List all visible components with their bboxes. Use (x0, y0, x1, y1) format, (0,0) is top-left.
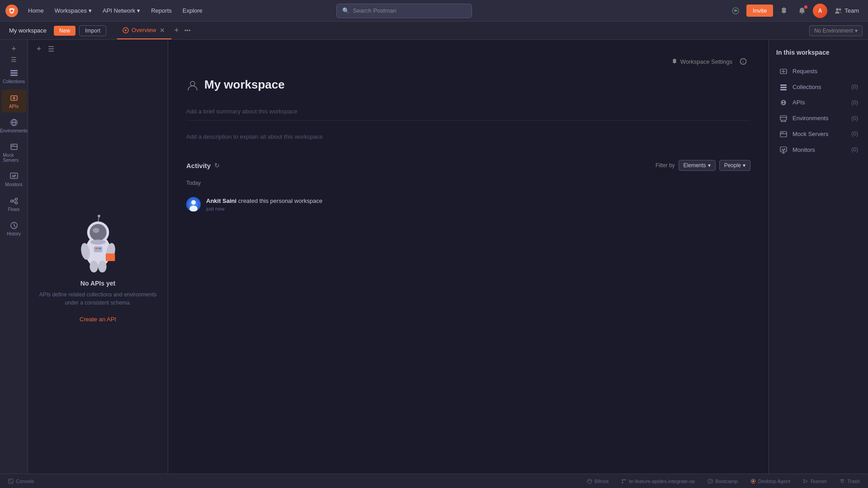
sidebar-item-collections[interactable]: Collections (1, 65, 27, 88)
postman-logo[interactable] (5, 5, 18, 17)
top-navigation: Home Workspaces ▾ API Network ▾ Reports … (0, 0, 868, 22)
svg-point-17 (12, 145, 13, 146)
svg-point-37 (90, 239, 106, 244)
left-panel-add-button[interactable]: + (33, 43, 44, 54)
sidebar-item-environments[interactable]: Environments (1, 114, 27, 137)
tab-bar: Overview ✕ + ••• (117, 22, 806, 39)
bootcamp-button[interactable]: Bootcamp (705, 478, 741, 485)
environments-resource-label: Environments (793, 115, 847, 122)
mock-servers-icon (9, 142, 19, 151)
sidebar-filter-button[interactable]: ☰ (11, 56, 17, 63)
svg-point-4 (836, 8, 839, 11)
workspace-settings-link[interactable]: Workspace Settings (671, 58, 732, 65)
apis-icon (9, 93, 19, 102)
svg-point-5 (839, 8, 841, 10)
more-tabs-button[interactable]: ••• (182, 27, 193, 34)
svg-point-45 (191, 200, 196, 205)
svg-text:i: i (743, 60, 744, 64)
resource-item-mock-servers[interactable]: Mock Servers (0) (776, 126, 861, 142)
apis-resource-count: (0) (851, 99, 858, 106)
people-filter-dropdown[interactable]: People ▾ (719, 160, 750, 171)
console-button[interactable]: Console (5, 478, 37, 485)
summary-input[interactable]: Add a brief summary about this workspace (186, 103, 750, 121)
reports-nav-button[interactable]: Reports (146, 5, 176, 16)
new-button[interactable]: New (54, 26, 75, 36)
bifrost-label: Bifrost (594, 479, 609, 484)
history-icon (9, 221, 19, 230)
mock-servers-resource-icon (779, 130, 788, 138)
workspace-settings-bar: Workspace Settings i (186, 54, 750, 69)
svg-rect-38 (94, 246, 102, 252)
api-network-label: API Network (103, 7, 135, 14)
elements-filter-dropdown[interactable]: Elements ▾ (679, 160, 716, 171)
team-label: Team (844, 7, 859, 14)
search-box[interactable]: 🔍 Search Postman (336, 4, 472, 18)
workspaces-nav-button[interactable]: Workspaces ▾ (50, 5, 96, 16)
bifrost-button[interactable]: Bifrost (584, 478, 611, 485)
close-tab-button[interactable]: ✕ (159, 26, 166, 34)
svg-point-35 (90, 260, 98, 272)
sidebar-item-mock-servers[interactable]: Mock Servers (1, 139, 27, 166)
svg-point-28 (90, 224, 106, 240)
runner-label: Runner (811, 479, 827, 484)
main-content-area: Workspace Settings i My workspace Add a … (168, 40, 769, 474)
overview-tab-label: Overview (132, 27, 156, 33)
activity-item-text: Ankit Saini created this personal worksp… (206, 197, 750, 211)
in-workspace-title: In this workspace (776, 49, 861, 56)
create-api-link[interactable]: Create an API (80, 316, 116, 323)
sidebar-item-flows[interactable]: Flows (1, 192, 27, 215)
resource-item-monitors[interactable]: Monitors (0) (776, 142, 861, 158)
notification-badge (804, 5, 807, 9)
sidebar-item-monitors[interactable]: Monitors (1, 168, 27, 191)
api-network-chevron-icon: ▾ (137, 7, 140, 14)
import-button[interactable]: Import (79, 25, 106, 36)
sync-button[interactable] (728, 4, 743, 18)
flows-label: Flows (8, 207, 19, 212)
sidebar-item-apis[interactable]: APIs (1, 89, 27, 112)
user-avatar[interactable]: A (813, 4, 827, 18)
sidebar: + ☰ Collections APIs (0, 40, 28, 474)
info-button[interactable]: i (736, 54, 750, 69)
secondary-toolbar: My workspace New Import Overview ✕ + •••… (0, 22, 868, 40)
resource-item-environments[interactable]: Environments (0) (776, 110, 861, 126)
svg-point-71 (622, 482, 623, 483)
notifications-button[interactable] (795, 4, 809, 18)
api-network-nav-button[interactable]: API Network ▾ (98, 5, 145, 16)
overview-tab[interactable]: Overview ✕ (117, 22, 171, 39)
svg-point-22 (15, 202, 17, 204)
requests-icon (779, 67, 788, 75)
svg-point-74 (752, 480, 754, 482)
desktop-agent-button[interactable]: Desktop Agent (748, 478, 793, 485)
bootcamp-label: Bootcamp (715, 479, 738, 484)
workspace-name[interactable]: My workspace (5, 25, 50, 36)
requests-label: Requests (793, 68, 854, 75)
refresh-activity-button[interactable]: ↻ (214, 162, 220, 169)
resource-item-collections[interactable]: Collections (0) (776, 79, 861, 95)
runner-button[interactable]: Runner (800, 478, 830, 485)
collections-resource-icon (779, 83, 788, 91)
resource-item-requests[interactable]: Requests (776, 63, 861, 79)
trash-button[interactable]: Trash (837, 478, 863, 485)
search-icon: 🔍 (342, 7, 349, 14)
team-button[interactable]: Team (831, 5, 863, 16)
settings-icon-button[interactable] (777, 4, 791, 18)
svg-line-30 (98, 216, 99, 221)
svg-rect-9 (10, 72, 18, 74)
invite-button[interactable]: Invite (746, 5, 773, 17)
left-panel-filter-button[interactable]: ☰ (48, 45, 54, 53)
branch-button[interactable]: br-feature-apides-integrate-op (618, 478, 698, 485)
svg-point-7 (125, 29, 127, 31)
monitors-resource-icon (779, 145, 788, 154)
svg-point-43 (190, 81, 195, 86)
description-input[interactable]: Add a description to explain all about t… (186, 128, 750, 145)
home-nav-button[interactable]: Home (24, 5, 48, 16)
activity-title: Activity (186, 162, 211, 169)
sidebar-add-button[interactable]: + (9, 43, 19, 54)
resource-item-apis[interactable]: APIs (0) (776, 95, 861, 111)
sidebar-item-history[interactable]: History (1, 217, 27, 240)
add-tab-button[interactable]: + (171, 26, 182, 35)
environment-selector[interactable]: No Environment ▾ (809, 25, 863, 36)
activity-user-avatar (186, 197, 201, 211)
elements-chevron-icon: ▾ (708, 162, 711, 169)
explore-nav-button[interactable]: Explore (178, 5, 207, 16)
